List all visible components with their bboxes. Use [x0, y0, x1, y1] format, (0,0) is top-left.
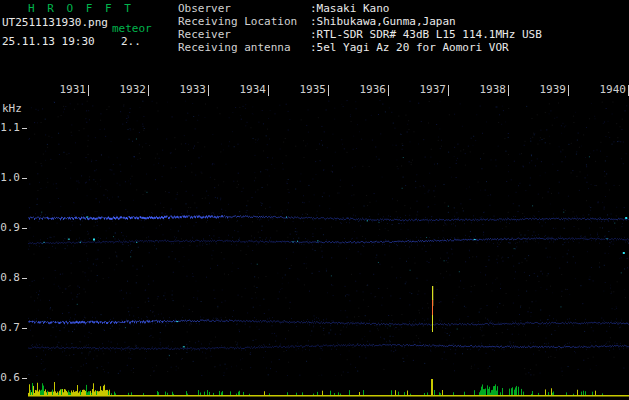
y-axis-unit-label: kHz — [2, 103, 22, 115]
observer-label: Observer — [178, 3, 231, 15]
x-axis-tick — [208, 85, 209, 96]
x-tick-label: 1933 — [176, 84, 206, 96]
y-tick-label: 0.9 — [0, 222, 20, 234]
datetime-label: 25.11.13 19:30 — [2, 36, 95, 48]
y-tick-label: 0.8 — [0, 272, 20, 284]
y-axis-tick — [22, 228, 27, 229]
y-tick-label: 1.0 — [0, 172, 20, 184]
x-axis-tick — [508, 85, 509, 96]
x-axis-tick — [88, 85, 89, 96]
x-tick-label: 1935 — [296, 84, 326, 96]
x-tick-label: 1932 — [116, 84, 146, 96]
x-axis-tick — [268, 85, 269, 96]
y-axis-tick — [22, 128, 27, 129]
receiving-location-label: Receiving Location — [178, 16, 297, 28]
x-tick-label: 1939 — [536, 84, 566, 96]
spectrogram-canvas — [28, 100, 629, 378]
receiving-antenna-value: :5el Yagi Az 20 for Aomori VOR — [310, 42, 509, 54]
x-tick-label: 1937 — [416, 84, 446, 96]
x-axis-tick — [148, 85, 149, 96]
signal-level-canvas — [28, 376, 629, 398]
y-axis-tick — [22, 278, 27, 279]
x-tick-label: 1938 — [476, 84, 506, 96]
y-axis-tick — [22, 378, 27, 379]
x-axis-tick — [448, 85, 449, 96]
x-tick-label: 1931 — [56, 84, 86, 96]
y-tick-label: 1.1 — [0, 122, 20, 134]
observation-mode-tag: meteor — [112, 23, 152, 35]
y-axis-tick — [22, 328, 27, 329]
counter-label: 2.. — [121, 36, 141, 48]
x-axis-tick — [328, 85, 329, 96]
x-axis-tick — [568, 85, 569, 96]
filename-label: UT2511131930.png — [2, 17, 108, 29]
hrofft-screenshot: H R O F F T UT2511131930.png meteor 25.1… — [0, 0, 629, 400]
y-axis-tick — [22, 178, 27, 179]
receiver-label: Receiver — [178, 29, 231, 41]
x-tick-label: 1934 — [236, 84, 266, 96]
receiving-location-value: :Shibukawa,Gunma,Japan — [310, 16, 456, 28]
x-tick-label: 1940 — [596, 84, 626, 96]
observer-value: :Masaki Kano — [310, 3, 389, 15]
app-title: H R O F F T — [28, 3, 134, 15]
x-axis-tick — [388, 85, 389, 96]
y-tick-label: 0.7 — [0, 322, 20, 334]
receiving-antenna-label: Receiving antenna — [178, 42, 291, 54]
x-tick-label: 1936 — [356, 84, 386, 96]
y-tick-label: 0.6 — [0, 372, 20, 384]
receiver-value: :RTL-SDR SDR# 43dB L15 114.1MHz USB — [310, 29, 542, 41]
